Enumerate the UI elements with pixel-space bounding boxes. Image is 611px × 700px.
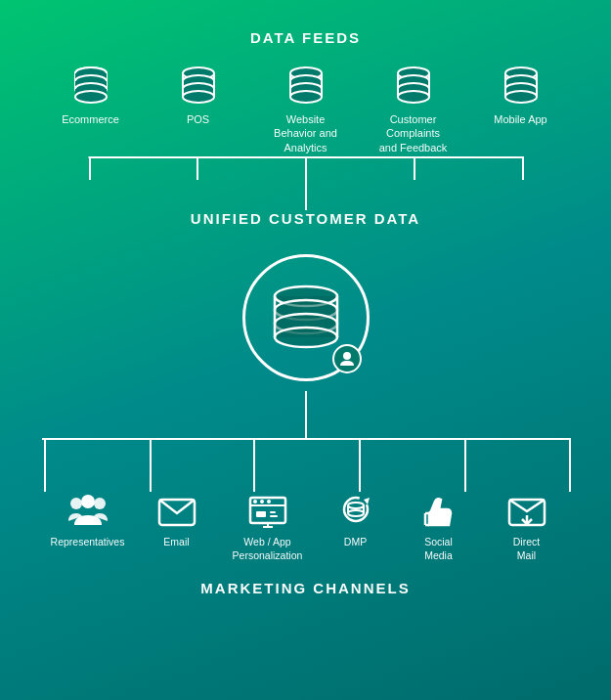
vline-mobile [522,156,524,180]
feed-website-label: Website Behavior and Analytics [274,112,337,154]
social-icon [417,492,460,531]
svg-point-31 [290,91,322,103]
database-icon [176,64,221,107]
h-line-bottom [42,438,570,440]
svg-point-69 [260,500,264,503]
channel-webapp-label: Web / App Personalization [233,536,303,562]
channel-social-label: Social Media [424,536,453,562]
database-icon [284,64,328,107]
svg-rect-71 [256,511,266,517]
svg-point-62 [70,498,82,509]
vline-bottom-unified [305,391,307,438]
channels-section: Representatives Email [10,438,601,614]
vline-directmail [569,438,571,492]
unified-title: UNIFIED CUSTOMER DATA [191,210,420,227]
bottom-connector [10,438,601,492]
svg-point-22 [183,91,214,103]
channel-directmail-label: Direct Mail [513,536,540,562]
unified-circle [242,254,370,381]
svg-point-68 [253,500,257,503]
vline-customer [414,156,415,180]
channel-dmp: DMP [317,492,395,562]
channel-representatives: Representatives [41,492,135,562]
svg-point-80 [348,510,364,516]
feed-mobile-label: Mobile App [494,112,546,126]
channel-directmail: Direct Mail [483,492,571,562]
vline-webapp [253,438,255,492]
svg-rect-73 [270,515,278,517]
svg-rect-72 [270,511,276,513]
channel-email: Email [135,492,219,562]
svg-point-64 [81,495,95,508]
top-connector [10,156,601,210]
unified-section: UNIFIED CUSTOMER DATA [10,210,601,438]
svg-point-63 [94,498,106,509]
feed-pos: POS [145,64,252,154]
svg-point-61 [343,352,351,360]
feed-ecommerce-label: Ecommerce [62,112,119,126]
database-icon [68,64,113,107]
vline-ecommerce [89,156,91,180]
representatives-icon [66,492,109,531]
svg-point-70 [267,500,271,503]
user-badge [332,344,362,373]
vline-center [305,156,307,210]
vline-representatives [44,438,46,492]
vline-pos [196,156,198,180]
feed-website: Website Behavior and Analytics [252,64,360,154]
svg-point-79 [348,503,364,508]
svg-point-40 [398,91,429,103]
feeds-row: Ecommerce POS [10,64,601,154]
channels-row: Representatives Email [10,492,601,562]
channel-representatives-label: Representatives [51,536,125,549]
feed-customer-label: Customer Complaints and Feedback [379,112,448,154]
vline-dmp [359,438,361,492]
channel-webapp: Web / App Personalization [219,492,317,562]
feed-customer: Customer Complaints and Feedback [360,64,467,154]
marketing-channels-title: MARKETING CHANNELS [200,580,410,596]
feed-mobile: Mobile App [467,64,575,154]
dmp-icon [334,492,377,531]
data-feeds-title: DATA FEEDS [250,29,361,46]
svg-marker-78 [364,498,370,504]
channel-email-label: Email [163,536,189,549]
database-icon [391,64,436,107]
user-icon [338,350,356,368]
webapp-icon [246,492,289,531]
svg-point-49 [505,91,537,103]
data-feeds-section: DATA FEEDS Ec [10,29,601,210]
channel-dmp-label: DMP [344,536,367,549]
database-icon [499,64,544,107]
vline-social [464,438,466,492]
unified-database-icon [267,281,345,354]
feed-ecommerce: Ecommerce [37,64,145,154]
feed-pos-label: POS [187,112,209,126]
email-icon [155,492,198,531]
channel-social: Social Media [395,492,483,562]
vline-email [150,438,152,492]
svg-point-58 [275,328,337,347]
directmail-icon [505,492,548,531]
